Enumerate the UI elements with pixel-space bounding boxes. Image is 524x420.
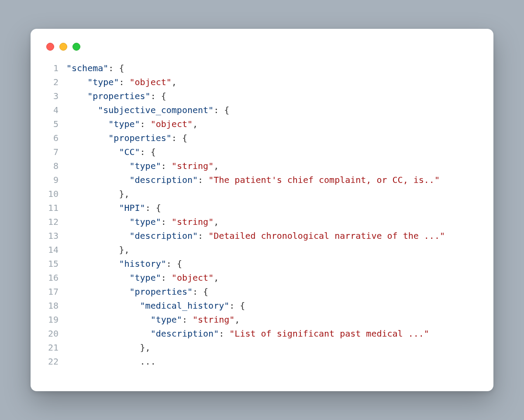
token-key: "type" [108, 119, 140, 129]
token-key: "subjective_component" [98, 105, 214, 115]
line-number: 14 [46, 243, 66, 257]
code-line: 13 "description": "Detailed chronologica… [46, 229, 478, 243]
code-line: 3 "properties": { [46, 89, 478, 103]
code-line: 14 }, [46, 243, 478, 257]
line-content: "type": "object", [66, 271, 478, 285]
line-content: "HPI": { [66, 201, 478, 215]
code-line: 19 "type": "string", [46, 313, 478, 327]
token-punct: : [140, 119, 151, 129]
token-key: "history" [119, 258, 166, 269]
line-number: 3 [46, 89, 66, 103]
line-content: "properties": { [66, 131, 478, 145]
zoom-icon[interactable] [72, 43, 80, 51]
token-punct: : [219, 328, 229, 339]
line-number: 4 [46, 103, 66, 117]
token-str: "object" [130, 77, 172, 87]
code-line: 21 }, [46, 341, 478, 355]
line-content: "schema": { [66, 61, 478, 75]
token-punct: , [172, 77, 177, 87]
line-number: 8 [46, 159, 66, 173]
token-key: "type" [151, 314, 182, 325]
line-content: }, [66, 243, 478, 257]
token-punct: : { [172, 133, 187, 143]
line-number: 20 [46, 327, 66, 341]
line-content: "description": "Detailed chronological n… [66, 229, 478, 243]
line-content: "description": "The patient's chief comp… [66, 173, 478, 187]
token-key: "schema" [66, 63, 108, 73]
line-content: }, [66, 187, 478, 201]
code-line: 11 "HPI": { [46, 201, 478, 215]
token-punct: , [234, 314, 240, 325]
token-str: "The patient's chief complaint, or CC, i… [208, 175, 440, 185]
line-content: "type": "string", [66, 215, 478, 229]
token-key: "type" [130, 272, 161, 283]
minimize-icon[interactable] [59, 43, 67, 51]
token-punct: : { [229, 300, 245, 311]
code-line: 4 "subjective_component": { [46, 103, 478, 117]
token-str: "string" [172, 161, 214, 171]
code-line: 7 "CC": { [46, 145, 478, 159]
code-line: 9 "description": "The patient's chief co… [46, 173, 478, 187]
code-line: 17 "properties": { [46, 285, 478, 299]
code-line: 8 "type": "string", [46, 159, 478, 173]
token-punct: , [214, 217, 219, 227]
token-punct: }, [119, 189, 129, 199]
code-block: 1"schema": {2 "type": "object",3 "proper… [46, 61, 478, 368]
line-number: 15 [46, 257, 66, 271]
token-key: "HPI" [119, 203, 145, 213]
code-line: 16 "type": "object", [46, 271, 478, 285]
code-line: 5 "type": "object", [46, 117, 478, 131]
code-line: 2 "type": "object", [46, 75, 478, 89]
token-punct: : [198, 175, 208, 185]
token-key: "description" [130, 175, 198, 185]
token-punct: : { [166, 258, 182, 269]
line-content: "type": "object", [66, 117, 478, 131]
code-line: 18 "medical_history": { [46, 299, 478, 313]
token-key: "properties" [87, 91, 151, 101]
code-window: 1"schema": {2 "type": "object",3 "proper… [31, 29, 493, 391]
line-content: "subjective_component": { [66, 103, 478, 117]
token-punct: : [198, 231, 208, 241]
token-key: "type" [130, 217, 161, 227]
token-punct: , [193, 119, 198, 129]
line-number: 9 [46, 173, 66, 187]
token-key: "medical_history" [140, 300, 230, 311]
line-content: }, [66, 341, 478, 355]
token-key: "description" [130, 231, 198, 241]
line-number: 13 [46, 229, 66, 243]
token-key: "CC" [119, 147, 140, 157]
token-punct: : { [193, 286, 208, 297]
close-icon[interactable] [46, 43, 54, 51]
token-key: "properties" [130, 286, 193, 297]
token-punct: : [182, 314, 193, 325]
token-punct: , [214, 161, 219, 171]
line-number: 1 [46, 61, 66, 75]
token-punct: : [161, 272, 172, 283]
token-str: "Detailed chronological narrative of the… [208, 231, 445, 241]
code-line: 20 "description": "List of significant p… [46, 327, 478, 341]
token-punct: }, [140, 342, 151, 353]
token-punct: : { [140, 147, 156, 157]
line-number: 19 [46, 313, 66, 327]
line-content: "history": { [66, 257, 478, 271]
line-number: 5 [46, 117, 66, 131]
line-number: 12 [46, 215, 66, 229]
line-number: 17 [46, 285, 66, 299]
token-key: "type" [87, 77, 119, 87]
token-key: "description" [151, 328, 219, 339]
line-number: 7 [46, 145, 66, 159]
token-punct: : [119, 77, 129, 87]
token-punct: : { [214, 105, 229, 115]
line-content: "properties": { [66, 285, 478, 299]
line-number: 21 [46, 341, 66, 355]
line-content: "properties": { [66, 89, 478, 103]
token-str: "string" [172, 217, 214, 227]
line-content: ... [66, 355, 478, 368]
token-key: "type" [130, 161, 161, 171]
line-content: "description": "List of significant past… [66, 327, 478, 341]
token-punct: : { [151, 91, 166, 101]
token-punct: : [161, 217, 172, 227]
token-punct: }, [119, 244, 129, 255]
line-content: "medical_history": { [66, 299, 478, 313]
line-number: 18 [46, 299, 66, 313]
